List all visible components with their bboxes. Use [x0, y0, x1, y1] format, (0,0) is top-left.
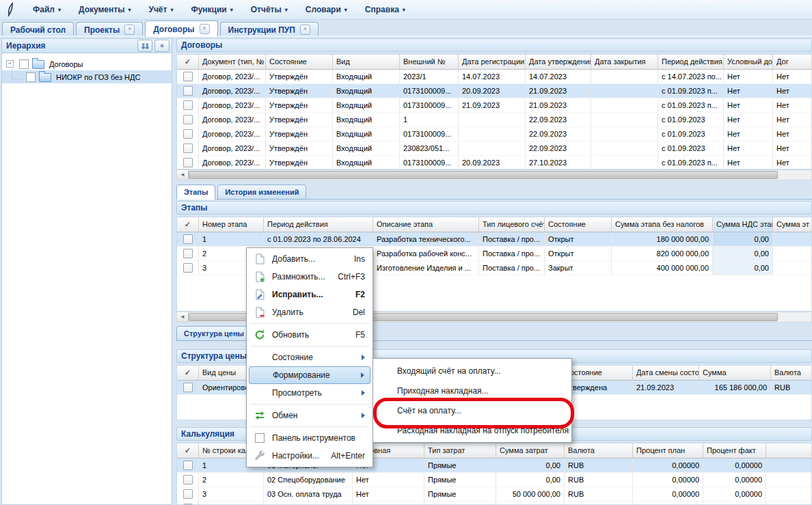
menu-item-refresh[interactable]: ОбновитьF5 [249, 326, 370, 344]
caret-down-icon: ▾ [285, 7, 288, 13]
menu-item-duplicate[interactable]: Размножить...Ctrl+F3 [249, 268, 370, 286]
table-row[interactable]: Договор, 2023/...УтверждёнВходящий2023/1… [177, 70, 811, 84]
tab-contracts[interactable]: Договоры× [145, 21, 217, 37]
table-row[interactable]: 1с 01.09.2023 по 28.06.2024Разработка те… [177, 232, 811, 247]
row-checkbox[interactable] [183, 100, 193, 110]
menu-accounting[interactable]: Учёт▾ [139, 1, 182, 18]
column-header-percent-fact[interactable]: Процент факт [703, 443, 766, 459]
row-checkbox[interactable] [183, 489, 193, 499]
column-header-conditional[interactable]: Условный договор [724, 55, 773, 70]
row-checkbox[interactable] [183, 234, 193, 244]
row-checkbox[interactable] [183, 158, 193, 167]
column-header-close-date[interactable]: Дата закрытия [591, 55, 658, 70]
menu-item-delete[interactable]: УдалитьDel [249, 303, 370, 321]
menu-item-view[interactable]: Просмотреть [249, 384, 370, 402]
column-header-stage-no[interactable]: Номер этапа [199, 217, 264, 232]
column-header-sum-no-tax[interactable]: Сумма этапа без налогов [612, 217, 713, 232]
row-checkbox[interactable] [183, 475, 193, 484]
table-row[interactable]: Договор, 2023/...УтверждёнВходящий017310… [177, 84, 811, 98]
column-header-check[interactable]: ✓ [177, 366, 199, 381]
tree-node[interactable]: −Договоры [2, 57, 172, 70]
row-checkbox[interactable] [183, 144, 193, 153]
column-header-state-change-date[interactable]: Дата смены состоя [633, 366, 699, 381]
table-row[interactable]: Договор, 2023/...УтверждёнВходящий122.09… [177, 113, 811, 127]
row-checkbox[interactable] [183, 129, 193, 139]
column-header-check[interactable]: ✓ [177, 443, 199, 459]
find-button[interactable] [137, 40, 152, 52]
column-header-reg-date[interactable]: Дата регистрации.. [459, 55, 526, 70]
menu-item-exchange[interactable]: Обмен [249, 407, 370, 424]
table-row[interactable]: 303 Осн. оплата трудаНетПрямые50 000 000… [177, 487, 811, 502]
scroll-thumb[interactable] [189, 171, 778, 179]
close-icon[interactable]: × [124, 25, 135, 35]
menu-dictionaries[interactable]: Словари▾ [297, 1, 356, 18]
submenu-item-incoming-payment-invoice[interactable]: Входящий счёт на оплату... [375, 361, 569, 381]
row-checkbox[interactable] [183, 249, 193, 258]
tab-stages[interactable]: Этапы [176, 185, 215, 200]
tree-node[interactable]: НИОКР по ГОЗ без НДС [2, 70, 172, 83]
menu-item-toolbar-panel[interactable]: Панель инструментов [249, 429, 370, 447]
row-checkbox[interactable] [183, 263, 193, 273]
table-row[interactable]: 202 СпецоборудованиеНетПрямые0,00RUB0,00… [177, 473, 811, 487]
menu-reports[interactable]: Отчёты▾ [242, 1, 297, 18]
close-icon[interactable]: × [300, 25, 310, 35]
tree-expander-icon[interactable]: − [6, 60, 14, 68]
column-header-sum-vat[interactable]: Сумма НДС этапа [713, 217, 773, 232]
column-header-cost-type[interactable]: Тип затрат [424, 443, 496, 459]
column-header-external-no[interactable]: Внешний № [400, 55, 459, 70]
column-header-sum-et[interactable]: Сумма эт [773, 217, 812, 232]
column-header-currency[interactable]: Валюта [771, 366, 812, 381]
menu-item-formation[interactable]: Формирование [249, 366, 370, 384]
tab-desktop[interactable]: Рабочий стол [2, 22, 74, 37]
table-row[interactable]: Договор, 2023/...УтверждёнВходящий017310… [177, 127, 811, 141]
column-header-dog[interactable]: Дог [773, 55, 812, 70]
menu-file[interactable]: Файл▾ [24, 1, 70, 18]
menu-documents[interactable]: Документы▾ [70, 1, 140, 18]
column-header-cost-sum[interactable]: Сумма затрат [496, 443, 565, 459]
column-header-description[interactable]: Описание этапа [373, 217, 479, 232]
column-header-empty[interactable] [766, 443, 812, 459]
column-header-approve-date[interactable]: Дата утверждения [526, 55, 591, 70]
row-checkbox[interactable] [183, 383, 193, 392]
contracts-hscrollbar[interactable]: ◄ [176, 169, 812, 180]
column-header-check[interactable]: ✓ [177, 55, 199, 70]
cell-state: Открыт [545, 232, 612, 247]
collapse-sidebar-button[interactable]: « [154, 40, 170, 52]
tab-change-history[interactable]: История изменений [217, 185, 306, 200]
column-header-validity[interactable]: Период действия [264, 217, 373, 232]
table-row[interactable]: Договор, 2023/...УтверждёнВходящий017310… [177, 98, 811, 113]
row-checkbox[interactable] [183, 86, 193, 96]
tab-pup-instructions[interactable]: Инструкции ПУП× [220, 22, 319, 37]
table-row[interactable]: Договор, 2023/...УтверждёнВходящий017310… [177, 156, 811, 169]
tab-projects[interactable]: Проекты× [76, 22, 143, 37]
tree-checkbox[interactable] [26, 72, 36, 82]
scroll-left-icon[interactable]: ◄ [177, 312, 189, 322]
column-header-sum[interactable]: Сумма [699, 366, 771, 381]
column-header-state[interactable]: Состояние [266, 55, 333, 70]
column-header-kind[interactable]: Вид [333, 55, 400, 70]
tree-checkbox[interactable] [19, 59, 29, 69]
column-header-currency[interactable]: Валюта [565, 443, 633, 459]
scroll-left-icon[interactable]: ◄ [177, 170, 189, 180]
column-header-validity[interactable]: Период действия.. [658, 55, 724, 70]
table-row[interactable]: Договор, 2023/...УтверждёнВходящий230823… [177, 141, 811, 156]
menu-help[interactable]: Справка▾ [356, 1, 414, 18]
tab-price-structure[interactable]: Структура цены [176, 326, 252, 341]
menu-item-add[interactable]: Добавить...Ins [249, 250, 370, 268]
row-checkbox[interactable] [183, 115, 193, 124]
menu-item-state[interactable]: Состояние [249, 349, 370, 366]
column-header-percent-plan[interactable]: Процент план [633, 443, 703, 459]
menu-item-edit[interactable]: Исправить...F2 [249, 286, 370, 303]
row-checkbox[interactable] [183, 72, 193, 81]
cell-sum: 165 186 000,00 [699, 381, 771, 395]
menu-functions[interactable]: Функции▾ [182, 1, 241, 18]
close-icon[interactable]: × [200, 24, 210, 34]
table-row[interactable]: 404 Доп...НетПрямые5 050 000,00RUB10,500… [177, 502, 811, 505]
column-header-state[interactable]: Состояние [545, 217, 612, 232]
column-header-check[interactable]: ✓ [177, 217, 199, 232]
column-header-account-type[interactable]: Тип лицевого счёт [479, 217, 545, 232]
row-checkbox[interactable] [183, 461, 193, 470]
cell-document: Договор, 2023/... [199, 113, 266, 127]
column-header-document[interactable]: Документ (тип, № [199, 55, 266, 70]
menu-item-settings[interactable]: Настройки...Alt+Enter [249, 447, 370, 465]
